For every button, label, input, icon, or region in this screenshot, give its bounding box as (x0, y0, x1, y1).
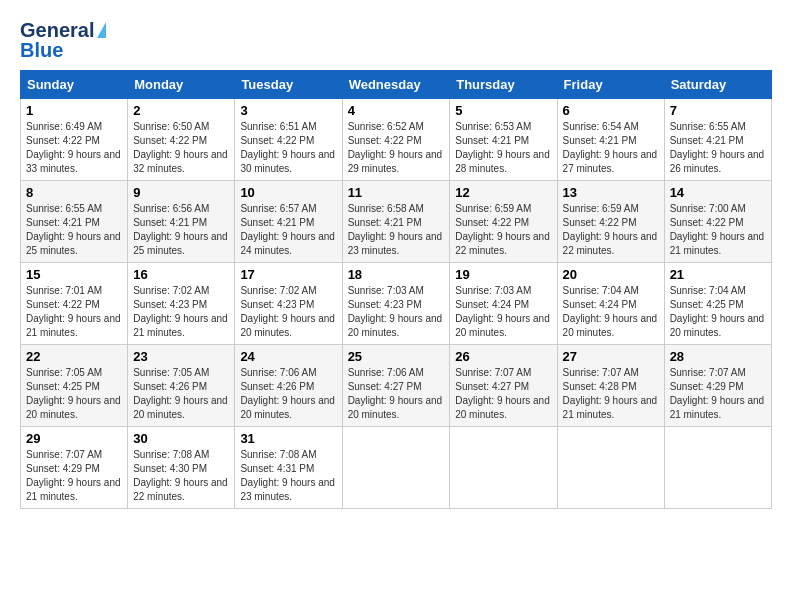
page-header: General Blue (20, 20, 772, 60)
day-cell-29: 29Sunrise: 7:07 AMSunset: 4:29 PMDayligh… (21, 427, 128, 509)
empty-cell (450, 427, 557, 509)
day-cell-9: 9Sunrise: 6:56 AMSunset: 4:21 PMDaylight… (128, 181, 235, 263)
weekday-header-monday: Monday (128, 71, 235, 99)
day-cell-13: 13Sunrise: 6:59 AMSunset: 4:22 PMDayligh… (557, 181, 664, 263)
weekday-header-tuesday: Tuesday (235, 71, 342, 99)
day-cell-11: 11Sunrise: 6:58 AMSunset: 4:21 PMDayligh… (342, 181, 450, 263)
day-cell-14: 14Sunrise: 7:00 AMSunset: 4:22 PMDayligh… (664, 181, 771, 263)
day-cell-16: 16Sunrise: 7:02 AMSunset: 4:23 PMDayligh… (128, 263, 235, 345)
day-cell-8: 8Sunrise: 6:55 AMSunset: 4:21 PMDaylight… (21, 181, 128, 263)
weekday-header-thursday: Thursday (450, 71, 557, 99)
day-cell-30: 30Sunrise: 7:08 AMSunset: 4:30 PMDayligh… (128, 427, 235, 509)
day-cell-21: 21Sunrise: 7:04 AMSunset: 4:25 PMDayligh… (664, 263, 771, 345)
day-cell-4: 4Sunrise: 6:52 AMSunset: 4:22 PMDaylight… (342, 99, 450, 181)
day-cell-19: 19Sunrise: 7:03 AMSunset: 4:24 PMDayligh… (450, 263, 557, 345)
day-cell-2: 2Sunrise: 6:50 AMSunset: 4:22 PMDaylight… (128, 99, 235, 181)
day-cell-6: 6Sunrise: 6:54 AMSunset: 4:21 PMDaylight… (557, 99, 664, 181)
empty-cell (342, 427, 450, 509)
day-cell-17: 17Sunrise: 7:02 AMSunset: 4:23 PMDayligh… (235, 263, 342, 345)
day-cell-24: 24Sunrise: 7:06 AMSunset: 4:26 PMDayligh… (235, 345, 342, 427)
day-cell-12: 12Sunrise: 6:59 AMSunset: 4:22 PMDayligh… (450, 181, 557, 263)
day-cell-3: 3Sunrise: 6:51 AMSunset: 4:22 PMDaylight… (235, 99, 342, 181)
day-cell-23: 23Sunrise: 7:05 AMSunset: 4:26 PMDayligh… (128, 345, 235, 427)
day-cell-15: 15Sunrise: 7:01 AMSunset: 4:22 PMDayligh… (21, 263, 128, 345)
calendar-table: SundayMondayTuesdayWednesdayThursdayFrid… (20, 70, 772, 509)
day-cell-28: 28Sunrise: 7:07 AMSunset: 4:29 PMDayligh… (664, 345, 771, 427)
day-cell-22: 22Sunrise: 7:05 AMSunset: 4:25 PMDayligh… (21, 345, 128, 427)
day-cell-31: 31Sunrise: 7:08 AMSunset: 4:31 PMDayligh… (235, 427, 342, 509)
empty-cell (664, 427, 771, 509)
logo: General Blue (20, 20, 106, 60)
day-cell-20: 20Sunrise: 7:04 AMSunset: 4:24 PMDayligh… (557, 263, 664, 345)
day-cell-18: 18Sunrise: 7:03 AMSunset: 4:23 PMDayligh… (342, 263, 450, 345)
day-cell-25: 25Sunrise: 7:06 AMSunset: 4:27 PMDayligh… (342, 345, 450, 427)
weekday-header-friday: Friday (557, 71, 664, 99)
empty-cell (557, 427, 664, 509)
day-cell-27: 27Sunrise: 7:07 AMSunset: 4:28 PMDayligh… (557, 345, 664, 427)
day-cell-10: 10Sunrise: 6:57 AMSunset: 4:21 PMDayligh… (235, 181, 342, 263)
weekday-header-wednesday: Wednesday (342, 71, 450, 99)
day-cell-26: 26Sunrise: 7:07 AMSunset: 4:27 PMDayligh… (450, 345, 557, 427)
day-cell-5: 5Sunrise: 6:53 AMSunset: 4:21 PMDaylight… (450, 99, 557, 181)
day-cell-7: 7Sunrise: 6:55 AMSunset: 4:21 PMDaylight… (664, 99, 771, 181)
weekday-header-saturday: Saturday (664, 71, 771, 99)
weekday-header-sunday: Sunday (21, 71, 128, 99)
day-cell-1: 1Sunrise: 6:49 AMSunset: 4:22 PMDaylight… (21, 99, 128, 181)
